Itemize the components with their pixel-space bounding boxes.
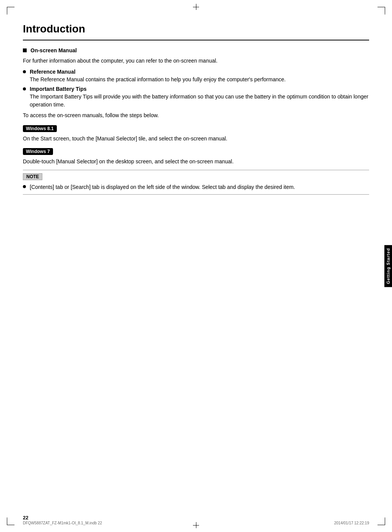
note-item: [Contents] tab or [Search] tab is displa… (23, 183, 369, 191)
on-screen-manual-intro: For further information about the comput… (23, 56, 369, 65)
note-label: NOTE (23, 173, 42, 180)
windows81-badge: Windows 8.1 (23, 125, 57, 132)
battery-tips-text: The Important Battery Tips will provide … (30, 93, 369, 109)
title-rule (23, 40, 369, 40)
note-text: [Contents] tab or [Search] tab is displa… (30, 183, 369, 191)
side-tab: Getting Started (384, 245, 392, 287)
battery-tips-item: Important Battery Tips The Important Bat… (23, 86, 369, 109)
corner-mark-tr (378, 7, 385, 15)
bottom-file-info: DFQW5887ZAT_FZ-M1mk1-OI_8.1_M.indb 22 (23, 521, 102, 525)
note-box: NOTE [Contents] tab or [Search] tab is d… (23, 170, 369, 195)
on-screen-manual-heading: On-screen Manual (23, 47, 369, 53)
battery-tips-heading: Important Battery Tips (30, 86, 87, 92)
windows81-text: On the Start screen, touch the [Manual S… (23, 134, 369, 143)
corner-mark-tl (7, 7, 14, 15)
reference-manual-text: The Reference Manual contains the practi… (30, 76, 369, 84)
corner-mark-bl (7, 517, 14, 525)
windows7-text: Double-touch [Manual Selector] on the de… (23, 157, 369, 166)
main-content: Introduction On-screen Manual For furthe… (23, 23, 369, 509)
access-instructions: To access the on-screen manuals, follow … (23, 111, 369, 119)
corner-mark-br (378, 517, 385, 525)
page-container: Getting Started Introduction On-screen M… (0, 0, 392, 532)
square-bullet-icon (23, 48, 27, 52)
circle-bullet-2-icon (23, 87, 26, 90)
battery-tips-content: Important Battery Tips The Important Bat… (30, 86, 369, 109)
crosshair-bottom (193, 522, 199, 528)
reference-manual-item: Reference Manual The Reference Manual co… (23, 69, 369, 84)
circle-bullet-icon (23, 70, 26, 73)
note-bullet-icon (23, 185, 26, 188)
windows7-badge: Windows 7 (23, 148, 53, 155)
page-number: 22 (23, 515, 28, 521)
bottom-date-info: 2014/01/17 12:22:19 (334, 521, 369, 525)
reference-manual-heading: Reference Manual (30, 69, 76, 75)
reference-manual-content: Reference Manual The Reference Manual co… (30, 69, 369, 84)
page-title: Introduction (23, 23, 369, 35)
crosshair-top (193, 4, 199, 10)
